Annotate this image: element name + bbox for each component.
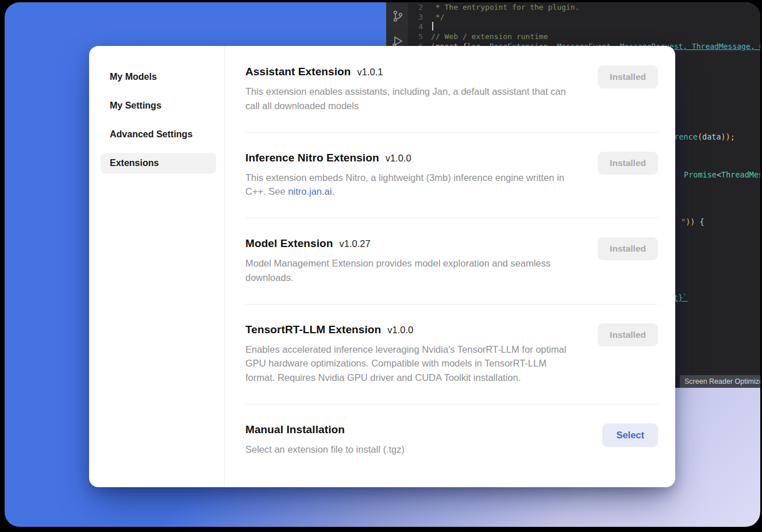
code-fragment: Promise<ThreadMessage> xyxy=(684,170,760,179)
extension-description: Model Management Extension provides mode… xyxy=(245,256,576,285)
app-window: 2 * The entrypoint for the plugin. 3 */ … xyxy=(5,2,760,527)
installed-button[interactable]: Installed xyxy=(598,152,658,175)
extension-info: Inference Nitro Extension v1.0.0 This ex… xyxy=(245,152,576,199)
extension-info: TensortRT-LLM Extension v1.0.0 Enables a… xyxy=(245,323,576,385)
code-paren: ( xyxy=(698,132,702,141)
text-cursor xyxy=(432,22,433,30)
extension-version: v1.0.0 xyxy=(387,325,413,336)
code-type: ThreadMessage xyxy=(721,170,760,179)
manual-installation-info: Manual Installation Select an extension … xyxy=(245,423,405,457)
installed-button[interactable]: Installed xyxy=(598,323,658,346)
extension-title-line: Model Extension v1.0.27 xyxy=(245,237,576,250)
extension-row-assistant: Assistant Extension v1.0.1 This extensio… xyxy=(245,65,658,133)
extensions-list: Assistant Extension v1.0.1 This extensio… xyxy=(225,46,675,487)
line-number: 2 xyxy=(408,2,431,12)
code-arg: data xyxy=(702,132,721,141)
sidebar-item-my-settings[interactable]: My Settings xyxy=(101,95,216,116)
manual-installation-row: Manual Installation Select an extension … xyxy=(245,404,658,476)
extension-title-line: Assistant Extension v1.0.1 xyxy=(245,65,576,78)
extension-title-line: Inference Nitro Extension v1.0.0 xyxy=(245,152,576,164)
code-type: Promise xyxy=(684,170,717,179)
screen-reader-status[interactable]: Screen Reader Optimized xyxy=(680,375,760,388)
code-fragment: ")) { xyxy=(681,217,705,226)
sidebar-item-advanced-settings[interactable]: Advanced Settings xyxy=(101,124,216,145)
code-paren: )); xyxy=(721,132,735,141)
extension-name: Inference Nitro Extension xyxy=(245,152,379,164)
extension-version: v1.0.0 xyxy=(386,153,411,164)
extension-row-tensorrt-llm: TensortRT-LLM Extension v1.0.0 Enables a… xyxy=(245,304,658,404)
sidebar-item-my-models[interactable]: My Models xyxy=(101,67,216,87)
settings-sidebar: My Models My Settings Advanced Settings … xyxy=(89,46,225,487)
manual-installation-title-line: Manual Installation xyxy=(245,423,405,436)
manual-installation-title: Manual Installation xyxy=(245,423,345,436)
code-text: */ xyxy=(431,12,444,22)
code-line: 2 * The entrypoint for the plugin. xyxy=(408,2,760,12)
extension-version: v1.0.1 xyxy=(357,67,383,78)
extension-description: Enables accelerated inference leveraging… xyxy=(245,342,576,385)
extension-row-inference-nitro: Inference Nitro Extension v1.0.0 This ex… xyxy=(245,133,658,219)
code-line: 5 // Web / extension runtime xyxy=(408,32,760,41)
code-paren: )) xyxy=(686,217,695,226)
installed-button[interactable]: Installed xyxy=(598,237,658,260)
extension-version: v1.0.27 xyxy=(339,238,370,249)
code-line: 3 */ xyxy=(408,12,760,22)
manual-installation-description: Select an extension file to install (.tg… xyxy=(245,442,405,457)
select-file-button[interactable]: Select xyxy=(602,423,658,447)
code-text: * The entrypoint for the plugin. xyxy=(431,2,579,12)
extension-info: Model Extension v1.0.27 Model Management… xyxy=(245,237,576,285)
extension-title-line: TensortRT-LLM Extension v1.0.0 xyxy=(245,323,576,336)
code-fragment: t}` xyxy=(674,293,687,302)
extension-info: Assistant Extension v1.0.1 This extensio… xyxy=(245,65,576,113)
code-template-string: t}` xyxy=(674,293,687,302)
code-text: // Web / extension runtime xyxy=(431,32,548,41)
line-number: 5 xyxy=(408,32,431,41)
code-line: 4 xyxy=(408,22,760,32)
code-punct: < xyxy=(717,170,721,179)
line-number: 3 xyxy=(408,12,431,22)
installed-button[interactable]: Installed xyxy=(598,65,658,88)
sidebar-item-extensions[interactable]: Extensions xyxy=(101,153,216,174)
code-string: " xyxy=(681,217,686,226)
source-control-icon[interactable] xyxy=(391,9,405,23)
line-number: 4 xyxy=(408,22,431,32)
settings-modal: My Models My Settings Advanced Settings … xyxy=(89,46,675,487)
code-brace: { xyxy=(695,217,704,226)
extension-description: This extension enables assistants, inclu… xyxy=(245,84,576,113)
extension-name: Assistant Extension xyxy=(245,65,351,78)
extension-description: This extension embeds Nitro, a lightweig… xyxy=(245,171,576,199)
extension-name: TensortRT-LLM Extension xyxy=(245,323,381,336)
nitro-jan-ai-link[interactable]: nitro.jan.ai. xyxy=(288,186,334,196)
extension-name: Model Extension xyxy=(245,237,333,250)
extension-row-model: Model Extension v1.0.27 Model Management… xyxy=(245,218,658,304)
